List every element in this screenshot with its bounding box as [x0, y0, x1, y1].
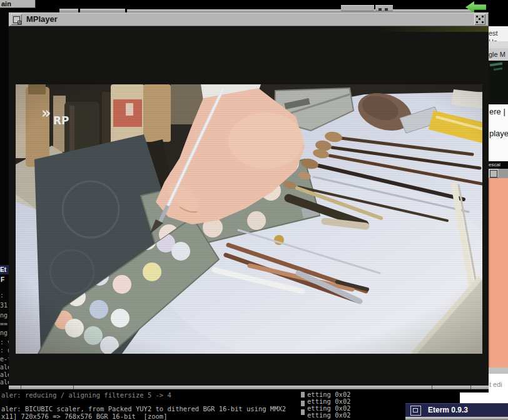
window-resize-button[interactable] — [474, 14, 485, 25]
console-line: aler: reducing / aligning filtersize 5 -… — [1, 391, 171, 399]
mplayer-titlebar[interactable]: MPlayer — [9, 12, 489, 26]
eterm-title: Eterm 0.9.3 — [428, 403, 468, 417]
eterm-titlebar[interactable]: Eterm 0.9.3 — [405, 403, 508, 417]
image-streak — [494, 68, 502, 71]
small-menu-box-icon[interactable] — [490, 170, 497, 178]
page-white-fragment — [489, 142, 508, 161]
right-window-sliver: est He gle M ere | playe escal t edi — [489, 0, 508, 420]
scrollbar-segment[interactable] — [301, 401, 305, 406]
vignette — [16, 84, 482, 354]
tab-glyph — [385, 8, 388, 11]
mplayer-window: MPlayer — [9, 12, 489, 389]
eterm-top-frame — [405, 417, 508, 420]
tab-glyph — [378, 8, 382, 11]
window-title: MPlayer — [26, 12, 58, 26]
left-menu-fragment: F — [1, 276, 4, 283]
page-text1: ere | — [489, 107, 505, 116]
eterm-menu-button[interactable] — [410, 406, 421, 416]
fvwm-main-button[interactable]: ain — [0, 0, 36, 8]
titlebar-shade — [499, 169, 508, 178]
frame-divider — [470, 386, 471, 389]
page-image-fragment — [489, 61, 508, 104]
orange-image-fragment — [489, 178, 508, 368]
statusbar-fragment: escal — [489, 161, 508, 169]
mplayer-video-area[interactable]: » RP — [9, 26, 489, 386]
caption-text: t edi — [489, 381, 502, 388]
console-line: aler: BICUBIC scaler, from Packed YUY2 t… — [1, 405, 286, 412]
resize-dots-icon — [476, 16, 484, 23]
video-picture: » RP — [16, 84, 482, 354]
background-window-tab[interactable] — [341, 5, 374, 11]
frame-divider — [21, 386, 21, 389]
gray-strip-fragment — [489, 368, 508, 374]
console-line: x11] 720x576 => 768x576 BGR 16-bit [zoom… — [1, 412, 168, 420]
bookmark-bar-fragment[interactable]: est He — [489, 26, 508, 41]
left-frag: == — [0, 321, 8, 328]
video-frame: » RP — [16, 84, 482, 354]
background-window-tab[interactable] — [375, 5, 393, 11]
small-window-titlebar[interactable] — [489, 169, 508, 178]
video-noise-tint — [375, 26, 489, 32]
page-text2: playe — [489, 129, 508, 138]
mplayer-bottom-frame[interactable] — [9, 386, 489, 389]
toolbar-gap — [489, 41, 508, 48]
left-eterm-titlebar-fragment[interactable]: Et — [0, 265, 9, 274]
menu-box-icon — [13, 16, 20, 23]
menu-box-icon — [413, 408, 418, 412]
status-text: escal — [489, 162, 500, 168]
left-eterm-title-text: Et — [0, 266, 6, 273]
left-frag: ng — [0, 312, 8, 319]
frame-divider — [432, 386, 432, 389]
scrollbar-segment[interactable] — [301, 392, 305, 398]
caption-fragment: t edi — [489, 374, 508, 403]
frame-divider — [73, 386, 74, 389]
bookmark2-text: gle M — [489, 51, 505, 58]
scrollbar-segment[interactable] — [301, 409, 305, 415]
white-popup-fragment — [460, 392, 489, 404]
window-menu-button[interactable] — [11, 14, 22, 25]
page-text-fragment: ere | playe — [489, 104, 508, 142]
image-streak — [490, 62, 502, 67]
console2-line: etting 0x02 — [307, 411, 351, 419]
main-button-label: ain — [1, 0, 11, 8]
bookmark2-fragment[interactable]: gle M — [489, 48, 508, 61]
left-frag: ng — [0, 329, 8, 336]
desktop: Et F : ( 31: ng == ng : v : u e-f ale al… — [0, 0, 508, 420]
